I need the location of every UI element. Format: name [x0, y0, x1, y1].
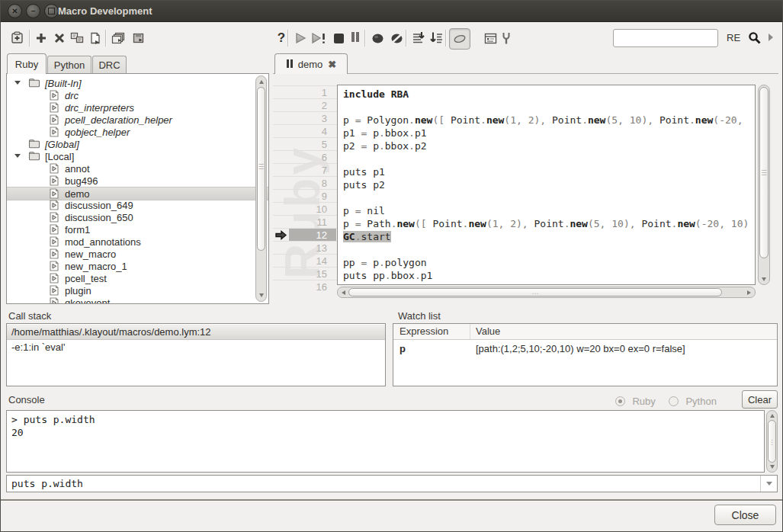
gutter-line-14[interactable]: 14 [273, 254, 337, 268]
add-macro-button[interactable] [32, 28, 50, 48]
gutter-line-7[interactable]: 7 [273, 163, 337, 177]
tree-item-bug496[interactable]: bug496 [7, 175, 268, 187]
clear-button[interactable]: Clear [742, 390, 778, 409]
tab-drc[interactable]: DRC [92, 56, 127, 74]
import-macro-button[interactable] [86, 28, 104, 48]
gutter-line-5[interactable]: 5 [273, 137, 337, 151]
tree-item-plugin[interactable]: plugin [7, 284, 268, 296]
code-line-11[interactable]: p = Path.new([ Point.new(1, 2), Point.ne… [343, 217, 749, 230]
gutter-line-15[interactable]: 15 [273, 267, 337, 280]
tree-item-global[interactable]: [Global] [7, 138, 268, 150]
editor-vscrollbar[interactable]: ☰ [758, 85, 770, 285]
save-all-macros-button[interactable] [109, 28, 127, 48]
expander-icon[interactable] [14, 154, 21, 158]
call-stack-item[interactable]: /home/matthias/.klayout/macros/demo.lym:… [7, 325, 385, 340]
step-over-button[interactable] [428, 28, 446, 48]
console-output[interactable]: > puts p.width20 [6, 410, 765, 473]
code-line-3[interactable]: p = Polygon.new([ Point.new(1, 2), Point… [343, 114, 743, 127]
tree-item-local[interactable]: [Local] [7, 150, 268, 162]
gutter-line-13[interactable]: 13 [273, 241, 337, 255]
console-input-value[interactable]: puts p.width [11, 476, 83, 492]
code-line-15[interactable]: puts pp.bbox.p1 [343, 269, 432, 282]
tree-item-qobject_helper[interactable]: qobject_helper [7, 126, 268, 138]
tree-item-discussion_649[interactable]: discussion_649 [7, 199, 268, 211]
watch-row[interactable]: p[path:(1,2;5,10;-20,10) w=20 bx=0 ex=0 … [393, 340, 777, 357]
scroll-left-icon[interactable] [342, 290, 345, 295]
tree-item-discussion_650[interactable]: discussion_650 [7, 211, 268, 223]
run-button[interactable] [291, 28, 310, 48]
tree-item-form1[interactable]: form1 [7, 223, 268, 236]
code-line-12[interactable]: GC.start [343, 230, 391, 243]
regexp-toggle[interactable]: RE [727, 28, 740, 48]
tree-item-annot[interactable]: annot [7, 162, 268, 175]
tree-scroll-thumb[interactable]: ☰ [257, 87, 265, 251]
scroll-right-icon[interactable] [747, 290, 751, 295]
console-scroll-thumb[interactable]: ⋮ [768, 420, 776, 463]
editor-hscrollbar[interactable]: ⋯ [337, 287, 756, 298]
tree-item-mod_annotations[interactable]: mod_annotations [7, 236, 268, 248]
search-input[interactable] [613, 29, 718, 47]
scroll-down-icon[interactable] [770, 465, 775, 469]
close-button[interactable]: Close [714, 505, 776, 525]
run-from-current-button[interactable] [309, 28, 330, 48]
editor-vscroll-thumb[interactable]: ☰ [759, 87, 769, 258]
gutter-line-16[interactable]: 16 [273, 280, 337, 293]
tree-item-new_macro[interactable]: new_macro [7, 248, 268, 260]
gutter-line-3[interactable]: 3 [273, 111, 337, 125]
code-line-10[interactable]: p = nil [343, 204, 385, 217]
expand-options-icon[interactable] [769, 34, 773, 41]
new-macro-location-button[interactable] [8, 28, 27, 48]
gutter-line-11[interactable]: 11 [273, 215, 337, 229]
gutter-line-6[interactable]: 6 [273, 150, 337, 164]
scroll-up-icon[interactable] [770, 414, 775, 418]
scroll-down-icon[interactable] [762, 277, 766, 281]
scroll-up-icon[interactable] [259, 80, 264, 84]
gutter-line-12[interactable]: 12 [273, 228, 337, 242]
delete-macro-button[interactable] [50, 28, 69, 48]
clear-breakpoints-button[interactable] [387, 28, 406, 48]
code-line-7[interactable]: puts p1 [343, 165, 385, 178]
gutter-line-2[interactable]: 2 [273, 98, 337, 112]
tree-item-drc_interpreters[interactable]: drc_interpreters [7, 101, 268, 114]
expander-icon[interactable] [14, 81, 21, 85]
tree-item-pcell_test[interactable]: pcell_test [7, 272, 268, 284]
tree-scrollbar[interactable]: ☰ [255, 75, 267, 302]
console-input-combo[interactable]: puts p.width [6, 475, 778, 492]
gutter-line-4[interactable]: 4 [273, 124, 337, 138]
pause-button[interactable] [346, 28, 364, 48]
code-line-8[interactable]: puts p2 [343, 178, 385, 191]
tab-demo[interactable]: demo ✖ [274, 53, 348, 74]
gutter-line-9[interactable]: 9 [273, 189, 337, 203]
tree-item-pcell_declaration_helper[interactable]: pcell_declaration_helper [7, 114, 268, 126]
step-into-button[interactable] [409, 28, 428, 48]
editor-gutter[interactable]: Ruby 12345678910111213141516 [273, 77, 337, 303]
code-line-5[interactable]: p2 = p.bbox.p2 [343, 139, 427, 152]
tab-python[interactable]: Python [47, 56, 91, 74]
search-button[interactable] [746, 28, 764, 48]
call-stack-item[interactable]: -e:1:in `eval' [7, 340, 385, 355]
gutter-line-8[interactable]: 8 [273, 176, 337, 190]
window-minimize-icon[interactable]: – [26, 4, 40, 18]
run-mode-toggle-button[interactable] [449, 28, 470, 50]
setup-button[interactable] [497, 28, 515, 48]
code-line-4[interactable]: p1 = p.bbox.p1 [343, 127, 427, 139]
window-maximize-icon[interactable] [44, 4, 59, 18]
tab-close-icon[interactable]: ✖ [328, 59, 336, 70]
watch-expression[interactable]: p [400, 343, 406, 354]
editor-hscroll-thumb[interactable]: ⋯ [348, 288, 722, 296]
column-divider[interactable] [470, 324, 470, 339]
code-line-1[interactable]: include RBA [343, 88, 409, 101]
tab-ruby[interactable]: Ruby [7, 53, 47, 74]
window-close-icon[interactable]: ✕ [8, 4, 22, 18]
code-editor[interactable]: include RBAp = Polygon.new([ Point.new(1… [337, 85, 756, 285]
tree-item-built-in[interactable]: [Built-In] [7, 77, 268, 89]
tree-item-new_macro_1[interactable]: new_macro_1 [7, 260, 268, 272]
code-line-14[interactable]: pp = p.polygon [343, 256, 427, 269]
stop-button[interactable] [329, 28, 348, 48]
tree-item-drc[interactable]: drc [7, 89, 268, 101]
console-scrollbar[interactable]: ⋮ [766, 410, 778, 473]
set-breakpoint-button[interactable] [368, 28, 387, 48]
save-macro-button[interactable] [129, 28, 147, 48]
tree-item-qkevevent[interactable]: qkevevent [7, 296, 268, 304]
gutter-line-1[interactable]: 1 [273, 85, 337, 99]
